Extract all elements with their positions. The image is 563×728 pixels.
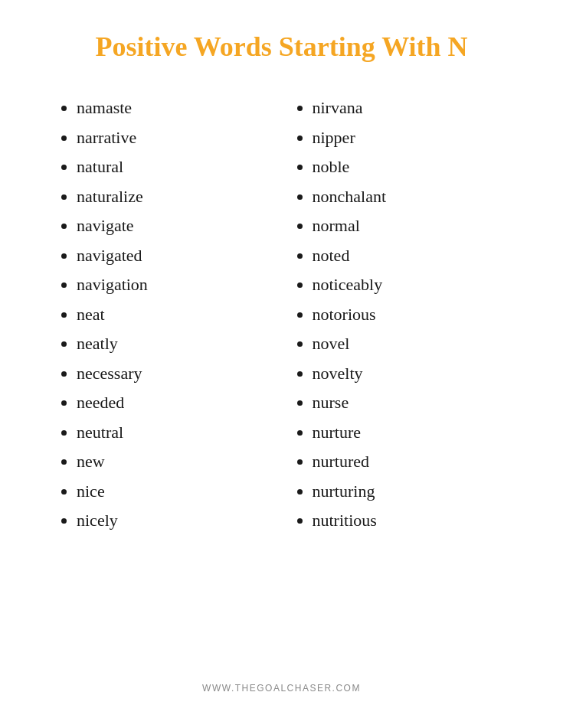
list-item: nirvana: [313, 93, 518, 123]
list-item: neatly: [77, 329, 282, 359]
list-item: noble: [313, 152, 518, 182]
list-item: novel: [313, 329, 518, 359]
list-item: naturalize: [77, 182, 282, 212]
list-item: nurturing: [313, 477, 518, 507]
list-item: nurse: [313, 388, 518, 418]
list-item: navigate: [77, 211, 282, 241]
right-word-column: nirvananippernoblenonchalantnormalnotedn…: [282, 93, 518, 536]
list-item: notorious: [313, 300, 518, 330]
list-item: new: [77, 447, 282, 477]
list-item: navigation: [77, 270, 282, 300]
list-item: normal: [313, 211, 518, 241]
list-item: nurtured: [313, 447, 518, 477]
list-item: neutral: [77, 418, 282, 448]
list-item: neat: [77, 300, 282, 330]
list-item: namaste: [77, 93, 282, 123]
list-item: necessary: [77, 359, 282, 389]
list-item: nicely: [77, 506, 282, 536]
list-item: nice: [77, 477, 282, 507]
list-item: nonchalant: [313, 182, 518, 212]
list-item: nipper: [313, 123, 518, 153]
list-item: needed: [77, 388, 282, 418]
words-container: namastenarrativenaturalnaturalizenavigat…: [46, 93, 517, 668]
list-item: natural: [77, 152, 282, 182]
page-container: Positive Words Starting With N namastena…: [0, 0, 563, 728]
list-item: novelty: [313, 359, 518, 389]
list-item: noticeably: [313, 270, 518, 300]
footer-text: WWW.THEGOALCHASER.COM: [46, 668, 517, 705]
list-item: nutritious: [313, 506, 518, 536]
list-item: narrative: [77, 123, 282, 153]
list-item: navigated: [77, 241, 282, 271]
page-title: Positive Words Starting With N: [46, 31, 517, 63]
list-item: nurture: [313, 418, 518, 448]
left-word-column: namastenarrativenaturalnaturalizenavigat…: [46, 93, 282, 536]
list-item: noted: [313, 241, 518, 271]
